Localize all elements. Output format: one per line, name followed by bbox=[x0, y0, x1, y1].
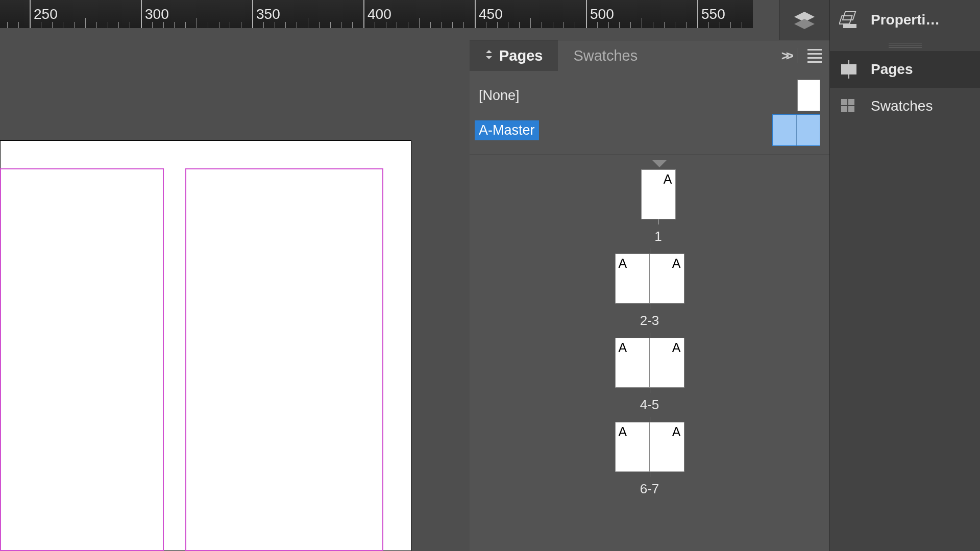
properties-label: Properti… bbox=[871, 12, 940, 28]
master-a-label: A-Master bbox=[475, 120, 539, 140]
page-thumb-7[interactable]: A bbox=[650, 422, 684, 472]
sidebar-item-pages[interactable]: Pages bbox=[830, 51, 980, 88]
ruler-minor-tick bbox=[241, 22, 241, 28]
ruler-minor-tick bbox=[397, 22, 397, 28]
page-entry-2-3[interactable]: A A 2-3 bbox=[615, 254, 684, 329]
ruler-minor-tick bbox=[163, 22, 164, 28]
master-a-row[interactable]: A-Master bbox=[470, 113, 829, 147]
page-thumb-5[interactable]: A bbox=[650, 338, 684, 388]
svg-rect-1 bbox=[841, 64, 848, 74]
page-master-letter: A bbox=[672, 256, 681, 271]
ruler-minor-tick bbox=[197, 18, 197, 28]
masters-section: [None] A-Master bbox=[470, 71, 829, 155]
page-master-letter: A bbox=[619, 340, 627, 355]
drag-handle[interactable] bbox=[830, 40, 980, 51]
ruler-minor-tick bbox=[52, 22, 53, 28]
pages-icon bbox=[839, 59, 862, 80]
ruler-minor-tick bbox=[352, 22, 353, 28]
page-thumb-6[interactable]: A bbox=[615, 422, 650, 472]
page-thumb-2[interactable]: A bbox=[615, 254, 650, 304]
swatches-icon bbox=[839, 96, 862, 116]
panel-menu-icon[interactable] bbox=[807, 49, 822, 63]
ruler-minor-tick bbox=[708, 22, 709, 28]
ruler-minor-tick bbox=[442, 22, 442, 28]
pages-panel: Pages Swatches >> [None] A-Master bbox=[470, 40, 829, 551]
page-master-letter: A bbox=[664, 172, 672, 187]
ruler-major-tick: 350 bbox=[252, 0, 253, 28]
ruler-minor-tick bbox=[174, 22, 175, 28]
ruler-minor-tick bbox=[63, 22, 63, 28]
svg-rect-0 bbox=[843, 24, 856, 28]
ruler-tick-label: 550 bbox=[701, 6, 725, 22]
page-thumb-4[interactable]: A bbox=[615, 338, 650, 388]
ruler-minor-tick bbox=[308, 18, 308, 28]
ruler-minor-tick bbox=[664, 22, 665, 28]
ruler-minor-tick bbox=[341, 22, 341, 28]
ruler-minor-tick bbox=[219, 22, 219, 28]
ruler-minor-tick bbox=[375, 22, 375, 28]
tab-pages[interactable]: Pages bbox=[470, 40, 558, 71]
ruler-minor-tick bbox=[553, 22, 553, 28]
ruler-minor-tick bbox=[230, 22, 230, 28]
sidebar-item-properties[interactable]: Properti… bbox=[830, 0, 980, 40]
ruler-tick-label: 450 bbox=[479, 6, 503, 22]
ruler-minor-tick bbox=[486, 22, 486, 28]
ruler-minor-tick bbox=[386, 22, 386, 28]
svg-rect-7 bbox=[848, 106, 854, 112]
margin-guide-left bbox=[0, 168, 164, 551]
ruler-major-tick: 300 bbox=[141, 0, 142, 28]
ruler-minor-tick bbox=[185, 22, 186, 28]
ruler-minor-tick bbox=[508, 22, 508, 28]
tab-swatches[interactable]: Swatches bbox=[558, 40, 653, 71]
master-none-row[interactable]: [None] bbox=[470, 78, 829, 113]
ruler-minor-tick bbox=[152, 22, 153, 28]
layers-icon bbox=[792, 8, 817, 32]
sidebar-pages-label: Pages bbox=[871, 61, 913, 78]
ruler-minor-tick bbox=[530, 18, 531, 28]
sidebar-swatches-label: Swatches bbox=[871, 98, 933, 114]
ruler-minor-tick bbox=[653, 22, 653, 28]
ruler-minor-tick bbox=[330, 22, 331, 28]
master-none-thumb[interactable] bbox=[797, 80, 820, 111]
page-entry-4-5[interactable]: A A 4-5 bbox=[615, 338, 684, 413]
spread-marker-icon bbox=[652, 160, 667, 167]
ruler-minor-tick bbox=[575, 22, 575, 28]
margin-guide-right bbox=[185, 168, 383, 551]
ruler-minor-tick bbox=[463, 22, 464, 28]
ruler-minor-tick bbox=[74, 22, 75, 28]
sidebar-item-swatches[interactable]: Swatches bbox=[830, 88, 980, 124]
page-number-label: 2-3 bbox=[640, 313, 659, 329]
layers-button[interactable] bbox=[779, 0, 830, 40]
master-none-label: [None] bbox=[475, 86, 524, 106]
ruler-major-tick: 250 bbox=[30, 0, 31, 28]
ruler-minor-tick bbox=[597, 22, 598, 28]
page-number-label: 4-5 bbox=[640, 397, 659, 413]
svg-rect-5 bbox=[848, 99, 854, 105]
ruler-major-tick: 500 bbox=[586, 0, 587, 28]
page-entry-1[interactable]: A 1 bbox=[624, 169, 676, 244]
ruler-major-tick: 400 bbox=[363, 0, 364, 28]
ruler-minor-tick bbox=[18, 22, 19, 28]
ruler-minor-tick bbox=[263, 22, 264, 28]
ruler-minor-tick bbox=[519, 22, 520, 28]
page-number-label: 6-7 bbox=[640, 481, 659, 497]
page-entry-6-7[interactable]: A A 6-7 bbox=[615, 422, 684, 497]
ruler-tick-label: 250 bbox=[34, 6, 58, 22]
right-sidebar: Properti… Pages Swatches bbox=[829, 0, 980, 551]
ruler-minor-tick bbox=[297, 22, 297, 28]
ruler-minor-tick bbox=[642, 18, 642, 28]
canvas-area[interactable] bbox=[0, 28, 470, 551]
master-a-thumb[interactable] bbox=[772, 114, 820, 146]
page-thumb-1[interactable]: A bbox=[641, 169, 676, 219]
ruler-minor-tick bbox=[41, 22, 41, 28]
page-thumb-3[interactable]: A bbox=[650, 254, 684, 304]
ruler-minor-tick bbox=[319, 22, 320, 28]
svg-rect-2 bbox=[849, 64, 856, 74]
ruler-minor-tick bbox=[118, 22, 119, 28]
ruler-minor-tick bbox=[686, 22, 687, 28]
ruler-tick-label: 500 bbox=[590, 6, 614, 22]
ruler-minor-tick bbox=[608, 22, 609, 28]
ruler-minor-tick bbox=[630, 22, 631, 28]
horizontal-ruler[interactable]: 250300350400450500550 bbox=[0, 0, 753, 28]
collapse-panel-icon[interactable]: >> bbox=[781, 48, 791, 64]
